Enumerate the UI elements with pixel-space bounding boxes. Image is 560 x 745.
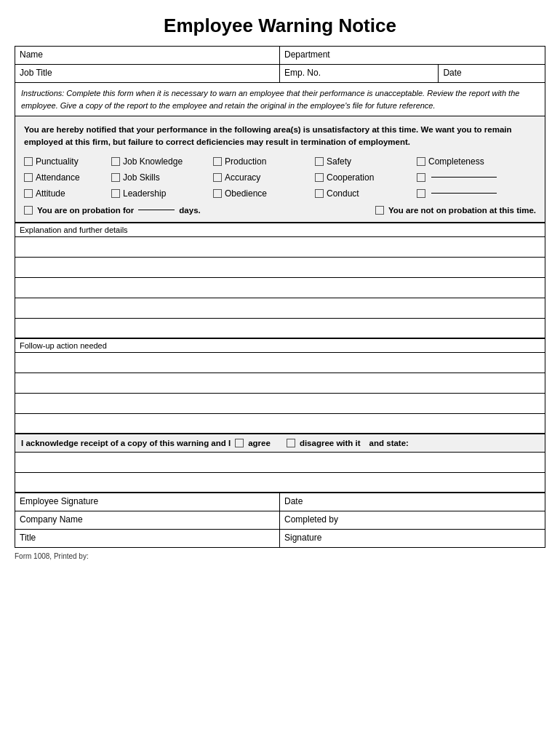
completeness-label: Completeness [428, 156, 484, 167]
blank3-checkbox[interactable] [417, 189, 425, 198]
checkbox-punctuality: Punctuality [24, 156, 111, 167]
disagree-label: disagree with it [300, 439, 361, 447]
explanation-line-1 [15, 237, 545, 258]
attitude-checkbox[interactable] [24, 189, 33, 198]
probation-left: You are on probation for days. [24, 206, 280, 215]
blank3-line [431, 193, 497, 194]
emp-date-cell: Date [280, 493, 545, 511]
safety-label: Safety [327, 156, 351, 167]
checkbox-jobskills: Job Skills [111, 172, 213, 183]
disagree-checkbox[interactable] [287, 439, 295, 447]
probation-days-suffix: days. [179, 206, 200, 215]
followup-line-2 [15, 373, 545, 394]
probation-days-blank [138, 210, 175, 210]
jobtitle-row: Job Title Emp. No. Date [15, 65, 545, 83]
explanation-line-4 [15, 298, 545, 319]
accuracy-label: Accuracy [225, 172, 260, 183]
punctuality-checkbox[interactable] [24, 157, 33, 166]
title-signature-row: Title Signature [15, 530, 545, 547]
accuracy-checkbox[interactable] [213, 173, 222, 182]
title-label: Title [20, 533, 36, 543]
form-footer: Form 1008, Printed by: [15, 552, 545, 560]
emp-no-label: Emp. No. [284, 68, 321, 78]
job-title-cell: Job Title [15, 65, 280, 82]
signature-label: Signature [284, 533, 321, 543]
checkbox-conduct: Conduct [315, 188, 417, 199]
leadership-label: Leadership [123, 188, 166, 199]
acknowledge-row: I acknowledge receipt of a copy of this … [15, 434, 545, 453]
agree-checkbox[interactable] [235, 439, 244, 447]
footer-text: Form 1008, Printed by: [15, 552, 89, 560]
agree-label: agree [248, 439, 271, 447]
and-state-label: and state: [369, 439, 409, 447]
explanation-line-2 [15, 258, 545, 278]
page-title: Employee Warning Notice [15, 15, 545, 37]
cooperation-label: Cooperation [327, 172, 374, 183]
notice-section: You are hereby notified that your perfor… [15, 116, 545, 223]
completeness-checkbox[interactable] [417, 157, 425, 166]
probation-checkbox[interactable] [24, 206, 33, 215]
production-checkbox[interactable] [213, 157, 222, 166]
checkbox-row-1: Punctuality Job Knowledge Production Saf… [24, 156, 536, 167]
emp-signature-cell: Employee Signature [15, 493, 280, 511]
checkbox-cooperation: Cooperation [315, 172, 417, 183]
explanation-line-5 [15, 319, 545, 339]
leadership-checkbox[interactable] [111, 189, 120, 198]
not-probation-checkbox[interactable] [375, 206, 384, 215]
probation-left-label: You are on probation for [37, 206, 134, 215]
jobskills-label: Job Skills [123, 172, 160, 183]
safety-checkbox[interactable] [315, 157, 324, 166]
title-cell: Title [15, 530, 280, 547]
acknowledge-text: I acknowledge receipt of a copy of this … [21, 439, 231, 447]
checkbox-row-3: Attitude Leadership Obedience Conduct [24, 188, 536, 199]
probation-row: You are on probation for days. You are n… [24, 206, 536, 215]
attitude-label: Attitude [36, 188, 65, 199]
date-label: Date [443, 68, 461, 78]
attendance-checkbox[interactable] [24, 173, 33, 182]
completed-by-label: Completed by [284, 514, 338, 525]
jobknowledge-label: Job Knowledge [123, 156, 183, 167]
instructions-text: Instructions: Complete this form when it… [21, 89, 519, 110]
company-row: Company Name Completed by [15, 511, 545, 530]
cooperation-checkbox[interactable] [315, 173, 324, 182]
blank2-checkbox[interactable] [417, 173, 425, 182]
checkbox-production: Production [213, 156, 315, 167]
job-title-label: Job Title [20, 68, 52, 78]
explanation-line-3 [15, 278, 545, 298]
department-cell: Department [280, 47, 545, 64]
acknowledge-line-2 [15, 473, 545, 493]
probation-right: You are not on probation at this time. [280, 206, 536, 215]
obedience-checkbox[interactable] [213, 189, 222, 198]
company-name-label: Company Name [20, 514, 83, 525]
followup-label: Follow-up action needed [15, 339, 545, 353]
instructions-row: Instructions: Complete this form when it… [15, 83, 545, 116]
production-label: Production [225, 156, 266, 167]
not-probation-label: You are not on probation at this time. [388, 206, 536, 215]
emp-date-label: Date [284, 496, 303, 506]
conduct-checkbox[interactable] [315, 189, 324, 198]
explanation-label: Explanation and further details [15, 223, 545, 237]
emp-signature-label: Employee Signature [20, 496, 98, 506]
instructions-cell: Instructions: Complete this form when it… [15, 83, 545, 116]
blank2-line [431, 177, 497, 178]
date-cell: Date [439, 65, 545, 82]
name-label: Name [20, 49, 43, 60]
checkbox-safety: Safety [315, 156, 417, 167]
attendance-label: Attendance [36, 172, 80, 183]
jobknowledge-checkbox[interactable] [111, 157, 120, 166]
completed-by-cell: Completed by [280, 511, 545, 529]
conduct-label: Conduct [327, 188, 359, 199]
emp-signature-row: Employee Signature Date [15, 493, 545, 511]
department-label: Department [284, 49, 330, 60]
checkbox-row-2: Attendance Job Skills Accuracy Cooperati… [24, 172, 536, 183]
checkbox-blank-3 [417, 189, 519, 198]
emp-no-cell: Emp. No. [280, 65, 439, 82]
checkbox-blank-2 [417, 173, 519, 182]
checkbox-completeness: Completeness [417, 156, 519, 167]
jobskills-checkbox[interactable] [111, 173, 120, 182]
checkbox-obedience: Obedience [213, 188, 315, 199]
form-container: Name Department Job Title Emp. No. Date … [15, 46, 545, 548]
followup-line-1 [15, 353, 545, 373]
company-name-cell: Company Name [15, 511, 280, 529]
checkbox-grid: Punctuality Job Knowledge Production Saf… [24, 156, 536, 199]
